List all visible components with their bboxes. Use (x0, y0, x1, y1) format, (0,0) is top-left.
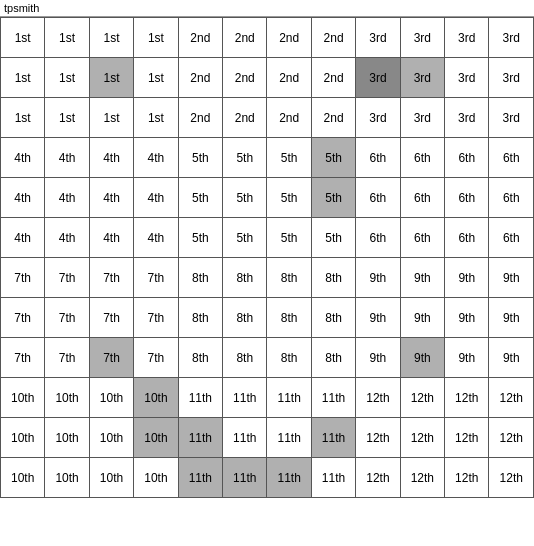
table-row: 1st1st1st1st2nd2nd2nd2nd3rd3rd3rd3rd (1, 58, 534, 98)
grid-cell: 2nd (178, 58, 222, 98)
grid-cell: 3rd (400, 98, 444, 138)
grid-cell: 3rd (489, 58, 534, 98)
grid-cell: 2nd (311, 58, 355, 98)
grid-cell: 4th (1, 138, 45, 178)
grid-cell: 10th (134, 458, 178, 498)
app-title: tpsmith (4, 2, 39, 14)
grid-cell: 4th (45, 138, 89, 178)
grid-cell: 3rd (356, 98, 400, 138)
grid-cell: 12th (400, 378, 444, 418)
grid-cell: 1st (45, 98, 89, 138)
grid-cell: 9th (445, 298, 489, 338)
grid-cell: 10th (89, 458, 133, 498)
grid-cell: 1st (134, 58, 178, 98)
grid-cell: 2nd (223, 98, 267, 138)
grid-cell: 4th (45, 178, 89, 218)
grid-cell: 10th (89, 418, 133, 458)
grid-cell: 6th (400, 218, 444, 258)
grid-cell: 5th (223, 178, 267, 218)
grid-cell: 12th (489, 378, 534, 418)
grid-cell: 3rd (445, 18, 489, 58)
grid-cell: 9th (400, 258, 444, 298)
grid-cell: 8th (311, 258, 355, 298)
grid-cell: 10th (134, 378, 178, 418)
grid-cell: 7th (45, 338, 89, 378)
grid-cell: 12th (445, 378, 489, 418)
grid-cell: 4th (134, 178, 178, 218)
grid-cell: 4th (134, 138, 178, 178)
grid-cell: 8th (178, 338, 222, 378)
grid-cell: 7th (89, 298, 133, 338)
grid-cell: 7th (1, 338, 45, 378)
grid-cell: 7th (45, 298, 89, 338)
grid-cell: 11th (178, 378, 222, 418)
grid-cell: 8th (311, 298, 355, 338)
grid-cell: 5th (311, 218, 355, 258)
grid-cell: 7th (134, 258, 178, 298)
grid-cell: 2nd (311, 98, 355, 138)
grid-cell: 1st (1, 58, 45, 98)
grid-cell: 7th (89, 338, 133, 378)
grid-cell: 5th (223, 218, 267, 258)
grid-cell: 6th (489, 178, 534, 218)
table-row: 10th10th10th10th11th11th11th11th12th12th… (1, 458, 534, 498)
table-row: 1st1st1st1st2nd2nd2nd2nd3rd3rd3rd3rd (1, 18, 534, 58)
grid-cell: 7th (134, 338, 178, 378)
grid-cell: 5th (223, 138, 267, 178)
grid-cell: 1st (134, 98, 178, 138)
grid-cell: 6th (445, 138, 489, 178)
grid-cell: 10th (45, 458, 89, 498)
grid-cell: 11th (311, 458, 355, 498)
grid-cell: 10th (89, 378, 133, 418)
grid-cell: 9th (445, 338, 489, 378)
grid-cell: 12th (400, 458, 444, 498)
grid-cell: 7th (45, 258, 89, 298)
grid-cell: 6th (400, 138, 444, 178)
table-row: 7th7th7th7th8th8th8th8th9th9th9th9th (1, 258, 534, 298)
grid-cell: 11th (267, 418, 311, 458)
grid-cell: 11th (223, 458, 267, 498)
grid-cell: 6th (356, 218, 400, 258)
grid-cell: 11th (178, 458, 222, 498)
grid-cell: 6th (356, 138, 400, 178)
grid-cell: 3rd (400, 58, 444, 98)
grid-cell: 8th (311, 338, 355, 378)
grid-table: 1st1st1st1st2nd2nd2nd2nd3rd3rd3rd3rd1st1… (0, 17, 534, 498)
grid-cell: 7th (1, 298, 45, 338)
grid-cell: 10th (1, 458, 45, 498)
grid-cell: 4th (1, 178, 45, 218)
grid-cell: 9th (400, 298, 444, 338)
grid-cell: 10th (45, 418, 89, 458)
grid-cell: 10th (45, 378, 89, 418)
table-row: 1st1st1st1st2nd2nd2nd2nd3rd3rd3rd3rd (1, 98, 534, 138)
grid-cell: 5th (178, 178, 222, 218)
grid-cell: 3rd (489, 18, 534, 58)
grid-cell: 12th (445, 458, 489, 498)
grid-cell: 2nd (267, 98, 311, 138)
grid-cell: 8th (223, 298, 267, 338)
table-row: 7th7th7th7th8th8th8th8th9th9th9th9th (1, 338, 534, 378)
grid-cell: 12th (356, 378, 400, 418)
grid-cell: 9th (400, 338, 444, 378)
grid-cell: 3rd (489, 98, 534, 138)
table-row: 10th10th10th10th11th11th11th11th12th12th… (1, 418, 534, 458)
grid-cell: 8th (223, 338, 267, 378)
grid-cell: 1st (1, 18, 45, 58)
grid-container: 1st1st1st1st2nd2nd2nd2nd3rd3rd3rd3rd1st1… (0, 17, 534, 498)
grid-cell: 5th (178, 218, 222, 258)
grid-cell: 11th (223, 378, 267, 418)
grid-cell: 2nd (311, 18, 355, 58)
grid-cell: 11th (223, 418, 267, 458)
grid-cell: 1st (134, 18, 178, 58)
table-row: 7th7th7th7th8th8th8th8th9th9th9th9th (1, 298, 534, 338)
grid-cell: 6th (489, 218, 534, 258)
grid-cell: 7th (134, 298, 178, 338)
table-row: 4th4th4th4th5th5th5th5th6th6th6th6th (1, 178, 534, 218)
grid-cell: 9th (356, 298, 400, 338)
grid-cell: 8th (178, 258, 222, 298)
grid-cell: 5th (178, 138, 222, 178)
grid-cell: 10th (1, 378, 45, 418)
grid-cell: 9th (356, 258, 400, 298)
grid-cell: 3rd (356, 58, 400, 98)
grid-cell: 11th (311, 378, 355, 418)
